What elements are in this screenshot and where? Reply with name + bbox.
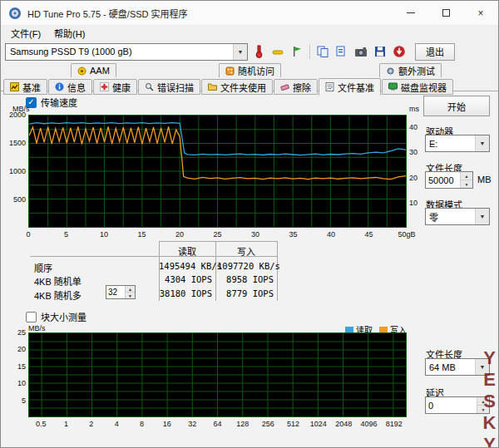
file-length-down-icon[interactable]: ▼	[461, 180, 472, 188]
col-header-read: 读取	[160, 244, 215, 258]
chart1-y-axis-right: 40302010	[409, 115, 426, 228]
exit-button[interactable]: 退出	[415, 43, 455, 61]
queue-down-icon[interactable]: ▼	[126, 292, 135, 298]
benchmark-chart-icon	[10, 82, 19, 91]
file-benchmark-page: ✓ 传输速度 MB/s ms 200015001000500 40302010 …	[1, 91, 499, 448]
col-header-write: 写入	[216, 244, 276, 258]
copy-image-icon[interactable]	[333, 43, 350, 60]
aam-icon	[77, 66, 86, 76]
transfer-speed-chart	[28, 115, 407, 228]
menu-help[interactable]: 帮助(H)	[47, 26, 91, 41]
chart2-x-axis: 0.512481632641282565121024204840968192	[28, 420, 407, 429]
4k-single-write-value: 8958 IOPS	[217, 274, 274, 284]
delay-input[interactable]	[426, 397, 477, 413]
file-length-input[interactable]	[426, 172, 460, 188]
data-mode-combobox[interactable]: 零 ▼	[425, 208, 490, 225]
delay-up-icon[interactable]: ▲	[477, 397, 489, 405]
queue-up-icon[interactable]: ▲	[126, 286, 135, 292]
4k-single-read-value: 4304 IOPS	[159, 274, 212, 284]
window-controls: ×	[393, 1, 498, 25]
dice-icon	[225, 66, 235, 76]
eraser-icon	[280, 82, 289, 91]
4k-multi-read-value: 38180 IOPS	[159, 288, 212, 298]
4k-multi-write-value: 8779 IOPS	[217, 288, 274, 298]
magnifier-icon	[145, 82, 154, 91]
start-button[interactable]: 开始	[423, 96, 490, 116]
tab-aam[interactable]: AAM	[71, 63, 116, 77]
chart1-x-axis: 05101520253035404550gB	[28, 230, 407, 239]
delay-stepper[interactable]: ▲ ▼	[425, 396, 490, 414]
tab-folder-usage[interactable]: 文件夹使用	[201, 79, 273, 95]
checkbox-unchecked-icon	[26, 312, 37, 322]
file-length-stepper[interactable]: ▲ ▼	[425, 171, 473, 189]
tab-file-benchmark[interactable]: 文件基准	[319, 78, 381, 96]
maximize-button[interactable]	[428, 1, 463, 25]
update-download-icon[interactable]	[391, 43, 408, 60]
data-mode-value: 零	[429, 210, 438, 224]
drive-combobox[interactable]: E: ▼	[425, 135, 490, 152]
toolbar-separator	[309, 44, 310, 59]
queue-depth-stepper[interactable]: ▲ ▼	[106, 285, 136, 299]
drive-combobox-value: E:	[429, 139, 437, 149]
file-length-unit: MB	[477, 175, 492, 185]
tab-error-scan[interactable]: 错误扫描	[138, 79, 200, 95]
menu-file[interactable]: 文件(F)	[4, 26, 47, 41]
toolbar: Samsung PSSD T9 (1000 gB) ▼ 退出	[1, 41, 498, 62]
menubar: 文件(F) 帮助(H)	[1, 26, 498, 41]
tab-health[interactable]: 健康	[93, 79, 137, 95]
transfer-speed-checkbox[interactable]: ✓ 传输速度	[26, 96, 77, 109]
seq-write-value: 1097720 KB/s	[217, 261, 274, 271]
tab-erase[interactable]: 擦除	[274, 79, 318, 95]
chart1-right-axis-unit: ms	[409, 105, 419, 113]
health-cross-icon	[100, 82, 109, 91]
gear-icon	[386, 66, 395, 76]
chart2-y-axis-unit: MB/s	[28, 324, 46, 332]
drive-select-value: Samsung PSSD T9 (1000 gB)	[10, 47, 132, 57]
tab-benchmark[interactable]: 基准	[3, 79, 47, 95]
row-label-4k-multi: 4KB 随机多	[34, 288, 82, 302]
tab-disk-monitor[interactable]: 磁盘监视器	[382, 79, 453, 95]
file-benchmark-icon	[325, 82, 334, 91]
row-label-4k-single: 4KB 随机单	[34, 274, 82, 288]
app-icon	[8, 7, 22, 20]
close-button[interactable]: ×	[463, 1, 498, 25]
tab-random-access[interactable]: 随机访问	[219, 63, 281, 77]
chevron-down-icon[interactable]: ▼	[475, 135, 489, 151]
queue-depth-input[interactable]	[106, 286, 125, 298]
results-table: 读取 写入 顺序 1495494 KB/s 1097720 KB/s 4KB 随…	[1, 241, 417, 303]
titlebar: HD Tune Pro 5.75 - 硬盘/SSD 实用程序 ×	[1, 1, 498, 26]
copy-text-icon[interactable]	[314, 43, 331, 60]
temperature-icon[interactable]	[250, 43, 267, 60]
chart1-y-axis-left: 200015001000500	[2, 115, 27, 228]
minimize-button[interactable]	[393, 1, 428, 25]
app-window: HD Tune Pro 5.75 - 硬盘/SSD 实用程序 × 文件(F) 帮…	[0, 0, 499, 448]
file-length2-combobox[interactable]: 64 MB ▼	[425, 358, 490, 376]
screenshot-camera-icon[interactable]	[353, 43, 369, 60]
save-icon[interactable]	[372, 43, 388, 60]
tab-row-main: 基准 信息 健康 错误扫描 文件夹使用 擦除 文件基准 磁盘监视器	[1, 77, 498, 95]
aam-level-icon[interactable]	[269, 43, 286, 60]
chart2-y-axis: 252015105	[2, 332, 27, 417]
monitor-icon	[388, 82, 398, 91]
block-size-chart	[28, 332, 407, 417]
seq-read-value: 1495494 KB/s	[159, 261, 212, 271]
block-size-checkbox[interactable]: 块大小测量	[26, 310, 86, 323]
row-label-sequential: 顺序	[34, 261, 52, 274]
tab-extra-tests[interactable]: 额外测试	[379, 63, 442, 77]
tab-info[interactable]: 信息	[48, 79, 92, 95]
drive-select-combobox[interactable]: Samsung PSSD T9 (1000 gB) ▼	[5, 43, 248, 61]
file-length2-value: 64 MB	[429, 362, 456, 372]
folder-icon	[208, 82, 217, 91]
flag-icon[interactable]	[289, 43, 305, 60]
tab-row-top: AAM 随机访问 额外测试	[1, 62, 498, 77]
window-title: HD Tune Pro 5.75 - 硬盘/SSD 实用程序	[27, 7, 188, 20]
delay-down-icon[interactable]: ▼	[477, 405, 489, 413]
info-icon	[55, 82, 64, 91]
chevron-down-icon[interactable]: ▼	[475, 209, 489, 224]
chevron-down-icon[interactable]: ▼	[475, 359, 489, 375]
chevron-down-icon[interactable]: ▼	[233, 44, 247, 60]
file-length-up-icon[interactable]: ▲	[461, 172, 472, 180]
